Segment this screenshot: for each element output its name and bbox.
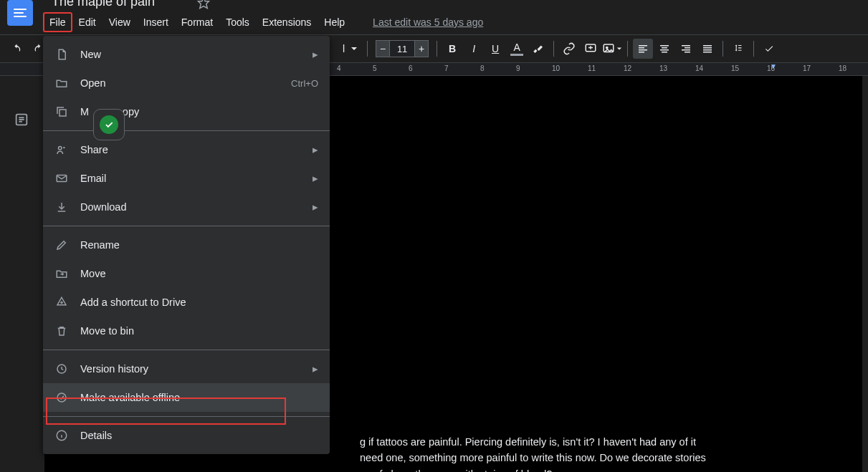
drive-shortcut-icon	[54, 295, 69, 309]
file-menu-dropdown: New ▸ Open Ctrl+O Make a copy Share ▸ Em…	[43, 36, 330, 454]
document-title[interactable]: The maple of pain	[52, 0, 155, 9]
more-tools-button[interactable]	[759, 39, 779, 59]
ruler-number: 11	[588, 64, 596, 72]
file-menu-open[interactable]: Open Ctrl+O	[43, 69, 330, 97]
menu-label: Details	[80, 430, 318, 441]
ruler-number: 15	[731, 64, 739, 72]
menu-label: New	[80, 49, 313, 60]
align-left-button[interactable]	[633, 39, 653, 59]
outline-icon[interactable]	[14, 112, 31, 129]
underline-button[interactable]: U	[485, 39, 505, 59]
file-menu-download[interactable]: Download ▸	[43, 193, 330, 221]
svg-point-9	[59, 147, 62, 150]
menu-label: Add a shortcut to Drive	[80, 297, 318, 308]
file-menu-move[interactable]: Move	[43, 259, 330, 288]
menu-insert[interactable]: Insert	[137, 12, 175, 32]
file-menu-move-to-bin[interactable]: Move to bin	[43, 317, 330, 345]
font-size-input[interactable]	[390, 40, 414, 57]
folder-icon	[54, 76, 69, 90]
decrease-font-button[interactable]: −	[376, 40, 390, 57]
menu-separator	[43, 350, 330, 350]
file-menu-add-shortcut[interactable]: Add a shortcut to Drive	[43, 288, 330, 317]
file-menu-details[interactable]: Details	[43, 421, 330, 450]
divider	[627, 41, 628, 57]
submenu-arrow-icon: ▸	[313, 201, 318, 213]
file-menu-make-copy[interactable]: Make a copy	[43, 97, 330, 126]
menu-format[interactable]: Format	[175, 12, 219, 32]
file-menu-share[interactable]: Share ▸	[43, 135, 330, 164]
text-color-button[interactable]: A	[507, 39, 527, 59]
menu-view[interactable]: View	[102, 12, 137, 32]
menu-file[interactable]: File	[43, 12, 72, 32]
svg-point-12	[57, 393, 66, 402]
offline-icon	[54, 390, 69, 405]
increase-font-button[interactable]: +	[414, 40, 429, 57]
file-menu-version-history[interactable]: Version history ▸	[43, 355, 330, 383]
last-edit-link[interactable]: Last edit was 5 days ago	[373, 16, 483, 28]
undo-button[interactable]	[7, 39, 27, 59]
comment-button[interactable]	[581, 39, 601, 59]
chevron-down-icon	[350, 45, 358, 52]
svg-rect-8	[59, 110, 66, 116]
menu-tools[interactable]: Tools	[219, 12, 256, 32]
offline-ready-badge	[93, 109, 125, 140]
docs-logo[interactable]	[7, 0, 33, 26]
menu-separator	[43, 130, 330, 131]
file-menu-make-offline[interactable]: Make available offline	[43, 383, 330, 412]
font-family-select[interactable]: l	[338, 39, 362, 58]
bold-button[interactable]: B	[442, 39, 462, 59]
menu-label: Open	[80, 77, 291, 89]
align-center-button[interactable]	[654, 39, 674, 59]
shortcut-label: Ctrl+O	[291, 78, 318, 89]
ruler-number: 8	[480, 64, 485, 72]
download-icon	[54, 200, 69, 214]
submenu-arrow-icon: ▸	[313, 144, 318, 155]
align-right-button[interactable]	[676, 39, 696, 59]
ruler-number: 12	[624, 64, 631, 72]
menu-label: Move	[80, 268, 318, 279]
line-spacing-button[interactable]	[728, 39, 748, 59]
menu-label: Version history	[80, 363, 313, 375]
menu-label: Rename	[80, 239, 318, 251]
menu-edit[interactable]: Edit	[72, 12, 102, 32]
submenu-arrow-icon: ▸	[313, 173, 318, 184]
menu-separator	[43, 226, 330, 226]
file-menu-email[interactable]: Email ▸	[43, 164, 330, 193]
divider	[367, 41, 368, 57]
menu-separator	[43, 416, 330, 417]
menu-label: Share	[80, 144, 313, 155]
italic-button[interactable]: I	[464, 39, 484, 59]
image-button[interactable]	[602, 39, 622, 59]
body-text-line: es of glass, the ones with stains of blo…	[73, 466, 834, 472]
file-menu-new[interactable]: New ▸	[43, 40, 330, 69]
rename-icon	[54, 238, 69, 252]
svg-marker-0	[199, 0, 209, 9]
menu-label: Move to bin	[80, 325, 318, 337]
ruler-number: 14	[695, 64, 703, 72]
ruler-number: 7	[444, 64, 449, 72]
divider	[722, 41, 723, 57]
ruler-indent-marker[interactable]: ▼	[770, 63, 777, 70]
svg-point-3	[606, 47, 608, 48]
menu-label: Make available offline	[80, 392, 318, 403]
email-icon	[54, 171, 69, 186]
menu-extensions[interactable]: Extensions	[256, 12, 318, 32]
link-button[interactable]	[559, 39, 579, 59]
ruler-number: 4	[337, 64, 341, 72]
divider	[753, 41, 754, 57]
star-icon[interactable]	[197, 0, 210, 9]
ruler-number: 9	[516, 64, 520, 72]
font-name-label: l	[343, 43, 345, 54]
menu-bar: File Edit View Insert Format Tools Exten…	[0, 10, 868, 34]
ruler-number: 10	[552, 64, 560, 72]
menu-help[interactable]: Help	[318, 12, 351, 32]
submenu-arrow-icon: ▸	[313, 49, 318, 60]
file-menu-rename[interactable]: Rename	[43, 231, 330, 259]
ruler-number: 6	[409, 64, 413, 72]
align-justify-button[interactable]	[697, 39, 717, 59]
left-sidebar	[0, 76, 44, 472]
move-icon	[54, 266, 69, 281]
info-icon	[54, 428, 69, 443]
highlight-button[interactable]	[528, 39, 548, 59]
divider	[437, 41, 437, 57]
